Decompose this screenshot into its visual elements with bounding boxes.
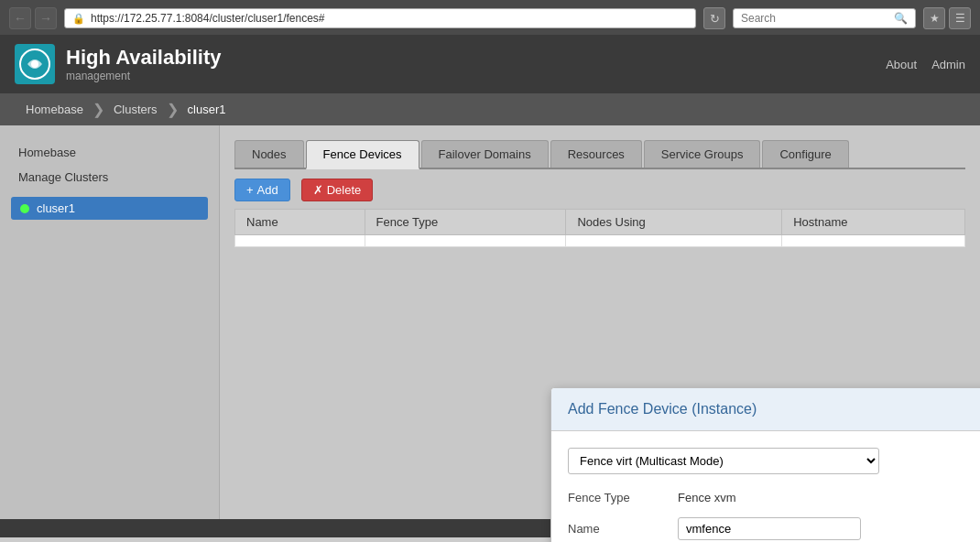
search-input[interactable]	[741, 12, 890, 25]
url-bar[interactable]: 🔒 https://172.25.77.1:8084/cluster/cluse…	[64, 8, 696, 28]
admin-link[interactable]: Admin	[931, 58, 965, 71]
app-header: High Availability management About Admin	[0, 35, 980, 93]
modal-select-row: Fence virt (Multicast Mode) Fence virt (…	[568, 448, 980, 474]
app-logo: High Availability management	[15, 44, 222, 84]
fence-type-value: Fence xvm	[678, 491, 736, 504]
sidebar-item-homebase[interactable]: Homebase	[0, 140, 219, 165]
cell-hostname	[782, 235, 965, 247]
cluster-label: cluser1	[37, 201, 75, 215]
sidebar: Homebase Manage Clusters cluser1	[0, 125, 220, 519]
breadcrumb: Homebase ❯ Clusters ❯ cluser1	[0, 93, 980, 125]
cluster-status-dot	[20, 204, 29, 213]
main-layout: Homebase Manage Clusters cluser1 Nodes F…	[0, 125, 980, 519]
browser-chrome: ← → 🔒 https://172.25.77.1:8084/cluster/c…	[0, 0, 980, 35]
table-toolbar: + Add ✗ Delete	[234, 169, 965, 209]
col-hostname: Hostname	[782, 210, 965, 235]
tab-service-groups[interactable]: Service Groups	[644, 140, 761, 168]
cell-fence-type	[365, 235, 566, 247]
bookmark-button[interactable]: ★	[923, 7, 945, 29]
delete-button[interactable]: ✗ Delete	[301, 179, 374, 201]
nav-buttons: ← →	[9, 7, 57, 29]
fence-devices-table: Name Fence Type Nodes Using Hostname	[234, 209, 965, 247]
breadcrumb-clusters[interactable]: Clusters	[106, 101, 165, 118]
fence-type-label: Fence Type	[568, 491, 678, 504]
menu-button[interactable]: ☰	[949, 7, 971, 29]
breadcrumb-homebase[interactable]: Homebase	[18, 101, 91, 118]
modal-title: Add Fence Device (Instance)	[568, 401, 757, 417]
cell-nodes-using	[566, 235, 782, 247]
reload-button[interactable]: ↻	[703, 7, 725, 29]
sidebar-cluster-cluser1[interactable]: cluser1	[11, 197, 208, 220]
tab-nodes[interactable]: Nodes	[234, 140, 304, 168]
tab-resources[interactable]: Resources	[550, 140, 642, 168]
table-row	[235, 235, 965, 247]
tab-failover-domains[interactable]: Failover Domains	[421, 140, 549, 168]
plus-icon: +	[246, 183, 254, 197]
app-title: High Availability	[66, 46, 222, 70]
tab-configure[interactable]: Configure	[762, 140, 848, 168]
col-fence-type: Fence Type	[365, 210, 566, 235]
search-bar[interactable]: 🔍	[733, 8, 916, 28]
add-fence-device-modal: Add Fence Device (Instance) Fence virt (…	[550, 387, 980, 542]
fence-type-row: Fence Type Fence xvm	[568, 491, 980, 504]
content-area: Nodes Fence Devices Failover Domains Res…	[220, 125, 980, 519]
logo-icon	[15, 44, 55, 84]
header-links: About Admin	[886, 58, 965, 71]
name-row: Name	[568, 517, 980, 540]
cell-name	[235, 235, 365, 247]
back-button[interactable]: ←	[9, 7, 31, 29]
forward-button[interactable]: →	[35, 7, 57, 29]
browser-actions: ★ ☰	[923, 7, 971, 29]
add-button[interactable]: + Add	[234, 179, 290, 201]
tab-fence-devices[interactable]: Fence Devices	[306, 140, 419, 169]
name-label: Name	[568, 522, 678, 536]
col-name: Name	[235, 210, 365, 235]
about-link[interactable]: About	[886, 58, 917, 71]
app-title-block: High Availability management	[66, 46, 222, 82]
search-icon: 🔍	[894, 12, 908, 25]
col-nodes-using: Nodes Using	[566, 210, 782, 235]
svg-point-1	[31, 60, 38, 68]
tabs-bar: Nodes Fence Devices Failover Domains Res…	[234, 140, 965, 169]
app-subtitle: management	[66, 70, 222, 82]
url-text: https://172.25.77.1:8084/cluster/cluser1…	[91, 12, 688, 25]
lock-icon: 🔒	[72, 13, 85, 25]
breadcrumb-current: cluser1	[180, 101, 234, 118]
table-header-row: Name Fence Type Nodes Using Hostname	[235, 210, 965, 235]
name-input[interactable]	[678, 517, 861, 540]
modal-header: Add Fence Device (Instance)	[551, 388, 980, 431]
content-wrapper: Nodes Fence Devices Failover Domains Res…	[234, 140, 965, 247]
fence-type-dropdown[interactable]: Fence virt (Multicast Mode) Fence virt (…	[568, 448, 879, 474]
breadcrumb-sep-2: ❯	[167, 101, 179, 118]
sidebar-item-manage-clusters[interactable]: Manage Clusters	[0, 165, 219, 190]
modal-body: Fence virt (Multicast Mode) Fence virt (…	[551, 431, 980, 542]
breadcrumb-sep-1: ❯	[93, 101, 104, 118]
x-icon: ✗	[313, 183, 323, 197]
